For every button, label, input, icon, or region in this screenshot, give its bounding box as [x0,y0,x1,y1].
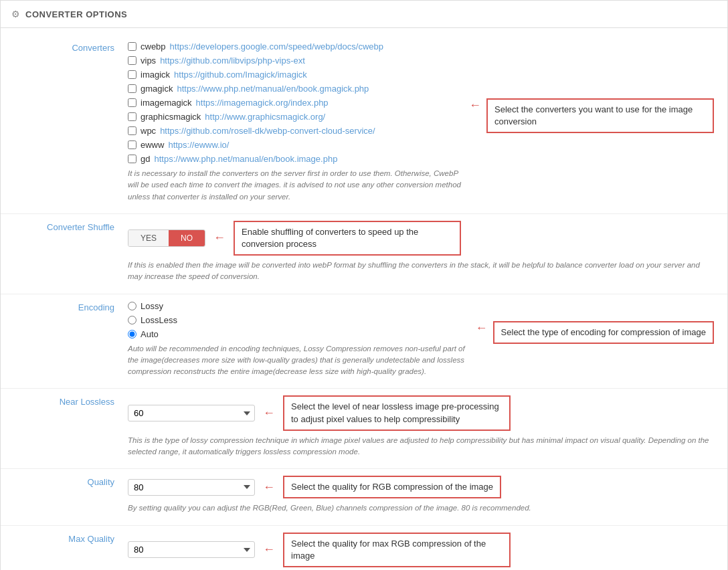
quality-label: Quality [14,476,128,514]
converter-name-cwebp: cwebp [141,41,166,52]
quality-row: Quality 102030405060708090100 ← Select t… [1,476,727,514]
converter-item-wpc: wpc https://github.com/rosell-dk/webp-co… [128,126,462,136]
converter-checkbox-cwebp[interactable] [128,42,136,51]
converter-name-imagick: imagick [141,70,170,80]
encoding-option-lossless: LossLess [128,315,469,325]
quality-arrow: ← [263,480,275,494]
encoding-label-auto: Auto [141,329,159,339]
encoding-option-lossy: Lossy [128,301,469,311]
converters-help: It is necessary to install the converter… [128,168,462,203]
converter-checkbox-imagick[interactable] [128,70,136,79]
converters-content: cwebp https://developers.google.com/spee… [128,41,462,203]
max-quality-row: Max Quality 102030405060708090100 ← Sele… [1,533,727,570]
shuffle-help: If this is enabled then the image will b… [128,260,714,283]
converter-name-imagemagick: imagemagick [141,98,192,108]
shuffle-arrow: ← [213,231,225,245]
near-lossless-row: Near Lossless 102030405060708090100 ← Se… [1,395,727,458]
gear-icon: ⚙ [11,9,20,19]
converters-annotation: ← Select the converters you want to use … [469,98,714,203]
converter-checkbox-imagemagick[interactable] [128,98,136,107]
converters-callout: Select the converters you want to use fo… [486,98,714,133]
max-quality-callout: Select the quality for max RGB compressi… [283,533,511,567]
encoding-callout: Select the type of encoding for compress… [493,321,714,344]
near-lossless-callout: Select the level of near lossless image … [283,395,511,430]
converter-options-panel: ⚙ CONVERTER OPTIONS Converters cwebp htt… [0,0,728,570]
converter-name-wpc: wpc [141,126,156,136]
encoding-list: Lossy LossLess Auto [128,301,469,339]
shuffle-no-button[interactable]: NO [169,230,205,246]
encoding-radio-lossy[interactable] [128,302,136,310]
converters-arrow: ← [469,98,481,112]
converter-name-ewww: ewww [141,140,164,150]
encoding-annotation: ← Select the type of encoding for compre… [476,321,714,378]
panel-title: CONVERTER OPTIONS [25,9,127,19]
converter-item-ewww: ewww https://ewww.io/ [128,140,462,150]
quality-callout: Select the quality for RGB compression o… [283,476,501,498]
converters-row: Converters cwebp https://developers.goog… [1,41,727,203]
converter-checkbox-ewww[interactable] [128,140,136,149]
converter-item-gmagick: gmagick https://www.php.net/manual/en/bo… [128,84,462,94]
converter-checkbox-vips[interactable] [128,56,136,65]
panel-body: Converters cwebp https://developers.goog… [1,28,727,570]
encoding-option-auto: Auto [128,329,469,339]
converter-checkbox-gmagick[interactable] [128,84,136,93]
converter-checkbox-wpc[interactable] [128,126,136,135]
max-quality-label: Max Quality [14,533,128,570]
converter-shuffle-row: Converter Shuffle YES NO ← Enable shuffl… [1,221,727,283]
converter-name-vips: vips [141,56,156,66]
converter-item-vips: vips https://github.com/libvips/php-vips… [128,56,462,66]
converter-item-cwebp: cwebp https://developers.google.com/spee… [128,41,462,52]
converter-item-imagick: imagick https://github.com/Imagick/imagi… [128,70,462,80]
converter-link-gmagick[interactable]: https://www.php.net/manual/en/book.gmagi… [177,84,369,94]
encoding-row: Encoding Lossy LossLess Auto Auto will b… [1,301,727,378]
converter-link-wpc[interactable]: https://github.com/rosell-dk/webp-conver… [160,126,375,136]
max-quality-controls: 102030405060708090100 ← Select the quali… [128,533,714,567]
near-lossless-arrow: ← [263,406,275,420]
converter-link-graphicsmagick[interactable]: http://www.graphicsmagick.org/ [205,112,325,122]
converter-item-gd: gd https://www.php.net/manual/en/book.im… [128,154,462,164]
encoding-help: Auto will be recommended in encoding tec… [128,343,469,378]
quality-help: By setting quality you can adjust the RG… [128,502,714,514]
converters-list: cwebp https://developers.google.com/spee… [128,41,462,164]
max-quality-arrow: ← [263,543,275,557]
quality-controls: 102030405060708090100 ← Select the quali… [128,476,714,498]
converter-link-imagemagick[interactable]: https://imagemagick.org/index.php [196,98,329,108]
converter-checkbox-gd[interactable] [128,155,136,163]
encoding-content: Lossy LossLess Auto Auto will be recomme… [128,301,469,378]
panel-header: ⚙ CONVERTER OPTIONS [1,1,727,28]
max-quality-content: 102030405060708090100 ← Select the quali… [128,533,714,570]
converter-name-gd: gd [141,154,150,164]
converter-link-vips[interactable]: https://github.com/libvips/php-vips-ext [160,56,305,66]
converter-name-graphicsmagick: graphicsmagick [141,112,201,122]
converter-link-gd[interactable]: https://www.php.net/manual/en/book.image… [154,154,337,164]
encoding-radio-lossless[interactable] [128,316,136,324]
converter-shuffle-content: YES NO ← Enable shuffling of converters … [128,221,714,283]
near-lossless-help: This is the type of lossy compression te… [128,435,714,458]
shuffle-callout: Enable shuffling of converters to speed … [234,221,461,256]
converter-link-ewww[interactable]: https://ewww.io/ [168,140,229,150]
near-lossless-select[interactable]: 102030405060708090100 [128,405,255,421]
near-lossless-controls: 102030405060708090100 ← Select the level… [128,395,714,430]
shuffle-toggle[interactable]: YES NO [128,229,205,247]
encoding-label-lossy: Lossy [141,301,163,311]
quality-select[interactable]: 102030405060708090100 [128,479,255,496]
converter-shuffle-label: Converter Shuffle [14,221,128,283]
converter-link-imagick[interactable]: https://github.com/Imagick/imagick [174,70,307,80]
near-lossless-label: Near Lossless [14,395,128,458]
encoding-label: Encoding [14,301,128,378]
encoding-radio-auto[interactable] [128,330,136,339]
converter-name-gmagick: gmagick [141,84,173,94]
max-quality-select[interactable]: 102030405060708090100 [128,541,255,558]
shuffle-controls: YES NO ← Enable shuffling of converters … [128,221,714,256]
encoding-label-lossless: LossLess [141,315,177,325]
converter-item-graphicsmagick: graphicsmagick http://www.graphicsmagick… [128,112,462,122]
encoding-arrow: ← [476,321,488,335]
converter-item-imagemagick: imagemagick https://imagemagick.org/inde… [128,98,462,108]
near-lossless-content: 102030405060708090100 ← Select the level… [128,395,714,458]
quality-content: 102030405060708090100 ← Select the quali… [128,476,714,514]
converter-checkbox-graphicsmagick[interactable] [128,112,136,121]
shuffle-yes-button[interactable]: YES [128,230,169,246]
converters-label: Converters [14,41,128,203]
converter-link-cwebp[interactable]: https://developers.google.com/speed/webp… [170,41,383,52]
